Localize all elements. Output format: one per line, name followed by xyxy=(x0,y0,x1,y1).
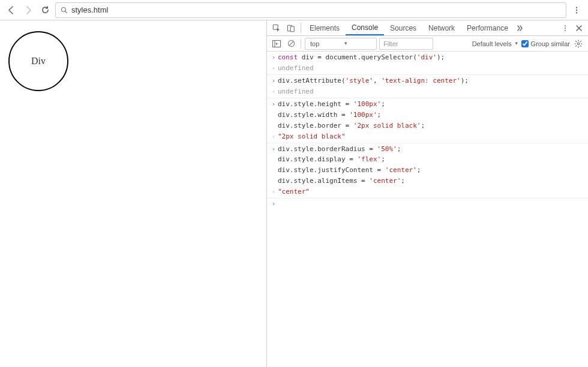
input-continuation xyxy=(269,121,278,131)
sidebar-icon xyxy=(272,40,281,47)
address-bar[interactable]: styles.html xyxy=(55,2,566,18)
arrow-left-icon xyxy=(7,5,16,15)
svg-point-9 xyxy=(565,28,566,29)
back-button[interactable] xyxy=(5,4,18,17)
console-entry: ›div.style.height = '100px'; div.style.w… xyxy=(267,98,588,143)
code-text: div.style.borderRadius = '50%'; xyxy=(278,145,584,154)
input-continuation xyxy=(269,176,278,186)
console-input-line: div.style.alignItems = 'center'; xyxy=(267,176,588,186)
input-continuation xyxy=(269,110,278,120)
console-input-line: div.style.justifyContent = 'center'; xyxy=(267,165,588,176)
toolbar-separator xyxy=(301,39,301,49)
tab-sources[interactable]: Sources xyxy=(384,20,422,35)
clear-console-button[interactable] xyxy=(285,38,297,50)
dropdown-icon: ▼ xyxy=(343,41,348,46)
code-text: div.style.justifyContent = 'center'; xyxy=(278,166,584,175)
console-sidebar-toggle[interactable] xyxy=(271,38,283,50)
tab-elements[interactable]: Elements xyxy=(304,20,346,35)
console-input-line: div.style.border = '2px solid black'; xyxy=(267,121,588,131)
filter-placeholder: Filter xyxy=(383,40,398,47)
output-value: "center" xyxy=(278,187,584,197)
dropdown-icon: ▼ xyxy=(514,41,519,46)
device-icon xyxy=(287,24,295,32)
address-bar-text: styles.html xyxy=(71,5,108,14)
svg-rect-7 xyxy=(290,26,294,31)
console-output-line: ‹"center" xyxy=(267,186,588,197)
group-similar-label: Group similar xyxy=(531,40,570,47)
group-similar-checkbox[interactable]: Group similar xyxy=(521,40,570,47)
input-continuation xyxy=(269,166,278,175)
console-output-line: ‹undefined xyxy=(267,86,588,97)
devtools-menu-button[interactable] xyxy=(558,20,572,35)
input-chevron-icon: › xyxy=(269,53,278,62)
log-levels-label: Default levels xyxy=(472,40,512,47)
console-settings-button[interactable] xyxy=(572,38,584,50)
log-levels-dropdown[interactable]: Default levels ▼ xyxy=(472,40,519,47)
console-input-line: ›div.style.borderRadius = '50%'; xyxy=(267,144,588,155)
kebab-icon xyxy=(572,6,581,14)
console-prompt[interactable]: › xyxy=(267,198,588,208)
more-tabs-button[interactable] xyxy=(514,20,526,35)
devtools-tabs: ElementsConsoleSourcesNetworkPerformance xyxy=(304,20,514,35)
group-similar-input[interactable] xyxy=(521,40,529,47)
console-input-line: div.style.display = 'flex'; xyxy=(267,154,588,165)
svg-point-8 xyxy=(565,25,566,26)
gear-icon xyxy=(574,40,583,48)
main-split: Div ElementsConsoleSourcesNetworkPerform… xyxy=(0,20,588,367)
devtools-panel: ElementsConsoleSourcesNetworkPerformance… xyxy=(266,20,588,367)
device-button[interactable] xyxy=(284,20,298,35)
prompt-chevron-icon: › xyxy=(269,200,278,207)
context-label: top xyxy=(310,40,319,47)
arrow-right-icon xyxy=(23,5,33,15)
code-text: div.setAttribute('style', 'text-align: c… xyxy=(278,76,584,86)
input-chevron-icon: › xyxy=(269,76,278,86)
code-text: div.style.height = '100px'; xyxy=(278,100,584,109)
input-chevron-icon: › xyxy=(269,145,278,154)
tab-console[interactable]: Console xyxy=(346,20,384,35)
output-chevron-icon: ‹ xyxy=(269,132,278,142)
output-value: "2px solid black" xyxy=(278,132,584,142)
code-text: div.style.alignItems = 'center'; xyxy=(278,176,584,186)
console-toolbar: top ▼ Filter Default levels ▼ Group simi… xyxy=(267,36,588,52)
svg-point-3 xyxy=(576,9,577,10)
filter-input[interactable]: Filter xyxy=(379,38,433,50)
svg-line-1 xyxy=(65,11,67,13)
browser-toolbar: styles.html xyxy=(0,0,588,20)
input-continuation xyxy=(269,155,278,164)
output-value: undefined xyxy=(278,64,584,73)
console-entry: ›div.setAttribute('style', 'text-align: … xyxy=(267,75,588,98)
code-text: div.style.border = '2px solid black'; xyxy=(278,121,584,131)
console-input-line: ›const div = document.querySelector('div… xyxy=(267,52,588,63)
console-output[interactable]: ›const div = document.querySelector('div… xyxy=(267,52,588,367)
console-output-line: ‹"2px solid black" xyxy=(267,131,588,142)
demo-div-text: Div xyxy=(31,56,46,67)
inspect-button[interactable] xyxy=(269,20,284,35)
devtools-tabbar: ElementsConsoleSourcesNetworkPerformance xyxy=(267,20,588,36)
context-dropdown[interactable]: top ▼ xyxy=(305,38,377,50)
browser-menu-button[interactable] xyxy=(570,4,583,17)
rendered-page: Div xyxy=(0,20,266,367)
svg-point-15 xyxy=(577,43,580,45)
output-value: undefined xyxy=(278,87,584,97)
output-chevron-icon: ‹ xyxy=(269,87,278,97)
devtools-close-button[interactable] xyxy=(572,20,586,35)
demo-div: Div xyxy=(8,31,68,91)
inspect-icon xyxy=(272,24,281,32)
tab-performance[interactable]: Performance xyxy=(461,20,514,35)
search-icon xyxy=(61,7,68,14)
code-text: div.style.width = '100px'; xyxy=(278,110,584,120)
code-text: const div = document.querySelector('div'… xyxy=(278,53,584,62)
console-input-line: ›div.style.height = '100px'; xyxy=(267,99,588,110)
svg-point-2 xyxy=(576,7,577,8)
tab-network[interactable]: Network xyxy=(422,20,461,35)
console-entry: ›div.style.borderRadius = '50%'; div.sty… xyxy=(267,143,588,199)
chevron-right-double-icon xyxy=(517,25,523,31)
code-text: div.style.display = 'flex'; xyxy=(278,155,584,164)
reload-button[interactable] xyxy=(38,4,52,17)
forward-button[interactable] xyxy=(22,4,35,17)
input-chevron-icon: › xyxy=(269,100,278,109)
reload-icon xyxy=(41,5,50,14)
close-icon xyxy=(575,25,583,32)
console-output-line: ‹undefined xyxy=(267,63,588,74)
svg-point-4 xyxy=(576,12,577,13)
